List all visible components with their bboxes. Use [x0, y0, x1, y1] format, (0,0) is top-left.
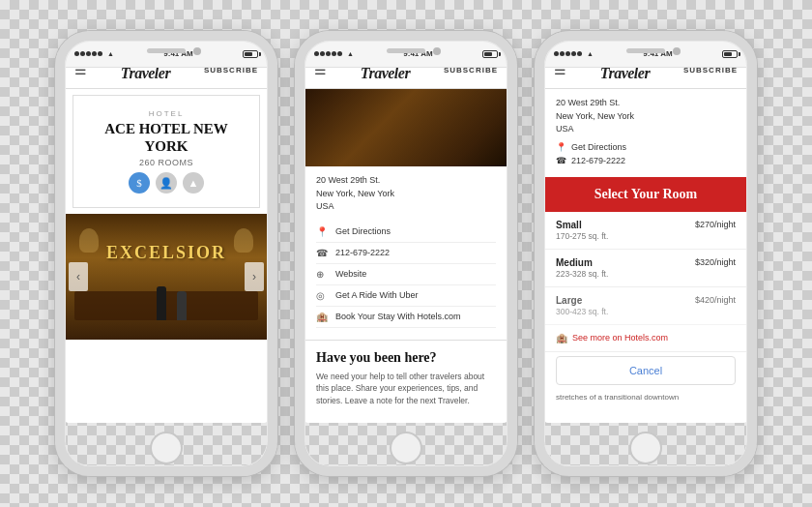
home-button-2[interactable]	[390, 432, 422, 464]
figure-2	[177, 291, 187, 320]
have-you-text: We need your help to tell other traveler…	[316, 371, 496, 407]
phone-screen-1: ▲ 9:41 AM www.cntraveler.com ☰ CONDÉ NAS…	[65, 41, 268, 423]
speaker-1	[147, 48, 186, 53]
figure-1	[157, 286, 166, 320]
lamp-2	[234, 228, 253, 253]
dot1	[74, 51, 79, 56]
uber-link[interactable]: ◎ Get A Ride With Uber	[316, 285, 496, 307]
get-directions-link[interactable]: 📍 Get Directions	[316, 222, 496, 243]
have-you-title: Have you been here?	[316, 350, 496, 366]
dot3	[86, 51, 91, 56]
select-room-button[interactable]: Select Your Room	[544, 177, 747, 212]
camera-3	[673, 47, 681, 55]
info-section-2: 20 West 29th St. New York, New York USA …	[304, 166, 508, 336]
status-bar-3: ▲ 9:41 AM	[544, 41, 747, 68]
status-right-1	[243, 50, 258, 58]
home-button-3[interactable]	[629, 432, 662, 464]
room-medium-info: Medium 223-328 sq. ft.	[556, 257, 608, 279]
carousel-next[interactable]: ›	[245, 262, 264, 291]
room-small-info: Small 170-275 sq. ft.	[556, 220, 608, 241]
hotels-link[interactable]: 🏨 Book Your Stay With Hotels.com	[316, 307, 496, 328]
uber-icon: ◎	[316, 290, 330, 301]
hotel-label: HOTEL	[77, 109, 255, 118]
phone-link[interactable]: ☎ 212-679-2222	[316, 243, 496, 264]
hotel-image-2	[304, 89, 508, 166]
person-icon: 👤	[156, 172, 177, 194]
website-icon: ⊕	[316, 269, 330, 280]
room-large[interactable]: Large 300-423 sq. ft. $420/night	[544, 287, 747, 325]
hotel-image-bg: EXCELSIOR	[65, 214, 268, 340]
address-2: 20 West 29th St. New York, New York USA	[316, 174, 496, 214]
partial-content: stretches of a transitional downtown	[544, 389, 747, 408]
signal-1	[74, 51, 102, 56]
wifi-icon-3: ▲	[587, 50, 594, 57]
phone-icon: ☎	[316, 248, 330, 258]
wifi-badge-icon: ▲	[183, 172, 204, 194]
directions-icon-3: 📍	[556, 142, 566, 152]
status-right-3	[722, 50, 738, 58]
address-section-3: 20 West 29th St. New York, New York USA …	[544, 89, 747, 177]
battery-fill-3	[724, 52, 732, 56]
hotel-image: EXCELSIOR ‹ ›	[65, 214, 268, 340]
phone-screen-2: ▲ 9:41 AM www.cntraveler.com ☰ CONDÉ NAS…	[304, 41, 508, 423]
lamp-1	[79, 228, 99, 253]
website-link[interactable]: ⊕ Website	[316, 264, 496, 285]
speaker-3	[626, 48, 665, 53]
dot2	[80, 51, 85, 56]
directions-icon: 📍	[316, 226, 330, 237]
dot5	[98, 51, 102, 56]
status-bar-2: ▲ 9:41 AM	[304, 41, 508, 68]
status-right-2	[482, 50, 498, 58]
get-directions-3[interactable]: 📍 Get Directions	[556, 142, 736, 152]
dollar-icon: $	[129, 172, 150, 194]
phone-number-3[interactable]: ☎ 212-679-2222	[556, 156, 736, 165]
room-medium[interactable]: Medium 223-328 sq. ft. $320/night	[544, 250, 747, 287]
status-left-3: ▲	[554, 50, 594, 57]
status-left-2: ▲	[314, 50, 354, 57]
battery-2	[482, 50, 498, 58]
speaker-2	[387, 48, 425, 53]
room-small[interactable]: Small 170-275 sq. ft. $270/night	[544, 212, 747, 250]
status-left-1: ▲	[74, 50, 114, 57]
hotels-icon: 🏨	[316, 312, 330, 322]
phone-icon-3: ☎	[556, 156, 566, 165]
hotels-red-icon: 🏨	[556, 333, 567, 343]
dot4	[92, 51, 97, 56]
hotel-name: ACE HOTEL NEW YORK	[85, 120, 247, 155]
carousel-prev[interactable]: ‹	[69, 262, 88, 291]
phone-screen-3: ▲ 9:41 AM www.cntraveler.com ☰ CONDÉ NAS…	[544, 41, 747, 423]
camera-1	[193, 47, 201, 55]
room-large-info: Large 300-423 sq. ft.	[556, 295, 608, 316]
signal-2	[314, 51, 342, 56]
battery-3	[722, 50, 738, 58]
battery-1	[243, 50, 258, 58]
status-bar-1: ▲ 9:41 AM	[65, 41, 268, 68]
excelsior-text: EXCELSIOR	[106, 243, 226, 263]
phone-3: ▲ 9:41 AM www.cntraveler.com ☰ CONDÉ NAS…	[535, 31, 757, 476]
phone-2: ▲ 9:41 AM www.cntraveler.com ☰ CONDÉ NAS…	[295, 31, 517, 476]
hotel-icons: $ 👤 ▲	[77, 172, 255, 194]
phone-1: ▲ 9:41 AM www.cntraveler.com ☰ CONDÉ NAS…	[55, 31, 277, 476]
cancel-button[interactable]: Cancel	[556, 356, 736, 385]
have-you-been-section: Have you been here? We need your help to…	[304, 340, 508, 417]
signal-3	[554, 51, 582, 56]
address-text-3: 20 West 29th St. New York, New York USA	[556, 97, 736, 136]
wifi-icon-1: ▲	[107, 50, 114, 57]
home-button-1[interactable]	[150, 432, 183, 464]
battery-fill-2	[484, 52, 492, 56]
camera-2	[433, 47, 441, 55]
see-more-hotels-btn[interactable]: 🏨 See more on Hotels.com	[544, 325, 747, 352]
wifi-icon-2: ▲	[347, 50, 354, 57]
image-bg-2	[304, 89, 508, 166]
hotel-card: HOTEL ACE HOTEL NEW YORK 260 ROOMS $ 👤 ▲	[72, 95, 260, 208]
battery-fill-1	[245, 52, 252, 56]
room-list: Small 170-275 sq. ft. $270/night Medium …	[544, 212, 747, 325]
counter	[74, 291, 258, 320]
hotel-rooms: 260 ROOMS	[77, 158, 255, 167]
